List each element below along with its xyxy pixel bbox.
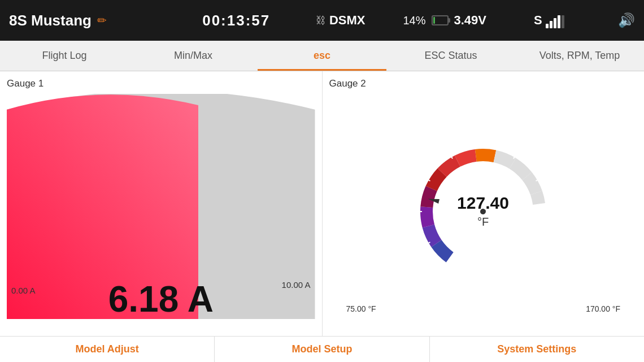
bar3 <box>554 18 556 28</box>
bottom-bar: Model Adjust Model Setup System Settings <box>0 336 644 362</box>
link-icon: ⛓ <box>316 15 326 27</box>
bar2 <box>550 21 552 28</box>
battery-percent: 14% <box>403 14 425 27</box>
gauge2-unit-text: °F <box>477 216 489 228</box>
svg-line-4 <box>514 265 517 272</box>
gauge2-panel: Gauge 2 <box>323 71 645 336</box>
tab-flight-log[interactable]: Flight Log <box>0 41 129 71</box>
svg-line-9 <box>424 177 430 181</box>
signal-icon <box>546 12 564 28</box>
timer-area: 00:13:57 <box>184 12 289 29</box>
model-name-area: 8S Mustang ✏ <box>9 12 184 29</box>
bar1 <box>546 24 549 28</box>
gauge2-svg: 127.40 °F <box>410 138 556 285</box>
gauge1-min-label: 0.00 A <box>11 286 36 295</box>
battery-icon <box>432 15 449 25</box>
gauge1-panel: Gauge 1 0.00 A 10.00 A 6.18 A <box>0 71 323 336</box>
svg-line-0 <box>514 152 517 158</box>
model-setup-button[interactable]: Model Setup <box>215 337 429 362</box>
gauge1-max-label: 10.00 A <box>282 280 311 290</box>
tabs: Flight Log Min/Max esc ESC Status Volts,… <box>0 41 644 71</box>
bar5 <box>562 15 564 28</box>
battery-area: 14% 3.49V <box>393 13 497 28</box>
svg-line-1 <box>536 177 543 181</box>
svg-line-6 <box>449 265 452 272</box>
model-adjust-button[interactable]: Model Adjust <box>0 337 215 362</box>
spektrum-area: S <box>497 12 602 28</box>
spektrum-logo: S <box>534 13 542 28</box>
gauge2-max-label: 170.00 °F <box>586 304 620 313</box>
timer: 00:13:57 <box>202 12 270 29</box>
gauge2-canvas: 127.40 °F 75.00 °F 170.00 °F <box>329 94 638 329</box>
gauge2-title: Gauge 2 <box>329 78 638 89</box>
gauge1-title: Gauge 1 <box>7 78 315 89</box>
tab-esc[interactable]: esc <box>258 41 386 71</box>
tab-min-max[interactable]: Min/Max <box>129 41 258 71</box>
battery-fill <box>433 17 435 24</box>
gauge2-min-label: 75.00 °F <box>346 304 376 313</box>
voltage: 3.49V <box>454 13 487 28</box>
gauge1-value: 6.18 A <box>108 278 214 320</box>
volume-icon[interactable]: 🔊 <box>618 12 635 28</box>
protocol-area: ⛓ DSMX <box>289 13 393 28</box>
volume-area[interactable]: 🔊 <box>601 12 635 28</box>
header: 8S Mustang ✏ 00:13:57 ⛓ DSMX 14% 3.49V S… <box>0 0 644 41</box>
svg-line-3 <box>536 242 543 246</box>
svg-line-7 <box>424 242 430 246</box>
gauge1-canvas: 0.00 A 10.00 A 6.18 A <box>7 94 315 329</box>
system-settings-button[interactable]: System Settings <box>430 337 644 362</box>
main-content: Gauge 1 0.00 A 10.00 A 6.18 A Gau <box>0 71 644 336</box>
bar4 <box>558 15 560 28</box>
model-name: 8S Mustang <box>9 12 92 29</box>
tab-esc-status[interactable]: ESC Status <box>386 41 515 71</box>
gauge2-value-text: 127.40 <box>457 193 509 212</box>
protocol: DSMX <box>329 13 365 28</box>
edit-icon[interactable]: ✏ <box>97 14 107 27</box>
tab-volts-rpm-temp[interactable]: Volts, RPM, Temp <box>515 41 644 71</box>
svg-line-10 <box>449 152 452 158</box>
